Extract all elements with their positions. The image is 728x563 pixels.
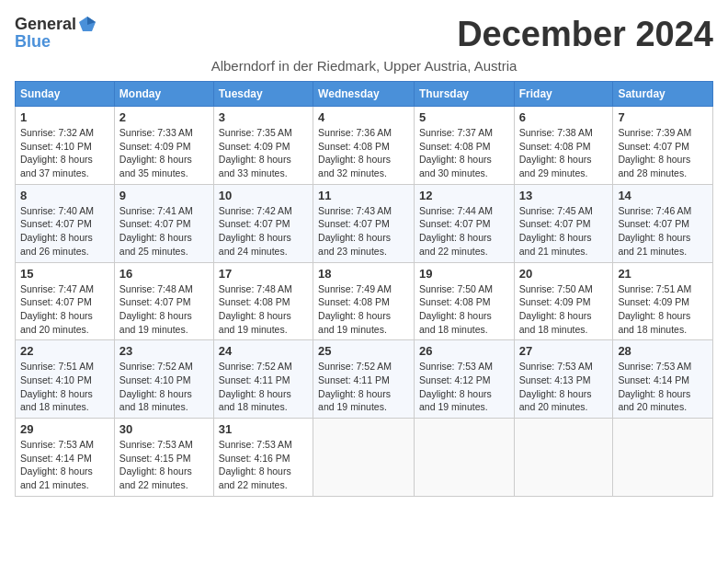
sunrise-text: Sunrise: 7:51 AM <box>20 361 94 372</box>
day-number: 29 <box>20 422 109 436</box>
logo-blue: Blue <box>15 33 98 52</box>
sunrise-text: Sunrise: 7:53 AM <box>219 439 292 450</box>
daylight-text: Daylight: 8 hours and 18 minutes. <box>618 310 690 335</box>
day-info: Sunrise: 7:52 AM Sunset: 4:11 PM Dayligh… <box>219 360 308 414</box>
day-number: 28 <box>618 344 708 358</box>
day-number: 20 <box>519 267 609 281</box>
calendar-cell: 18 Sunrise: 7:49 AM Sunset: 4:08 PM Dayl… <box>313 262 415 340</box>
calendar-cell: 19 Sunrise: 7:50 AM Sunset: 4:08 PM Dayl… <box>414 262 514 340</box>
day-info: Sunrise: 7:40 AM Sunset: 4:07 PM Dayligh… <box>20 204 109 259</box>
calendar-cell: 5 Sunrise: 7:37 AM Sunset: 4:08 PM Dayli… <box>414 107 514 185</box>
day-number: 25 <box>318 344 409 358</box>
day-info: Sunrise: 7:38 AM Sunset: 4:08 PM Dayligh… <box>519 126 609 180</box>
col-tuesday: Tuesday <box>213 82 313 107</box>
sunset-text: Sunset: 4:10 PM <box>20 374 92 385</box>
calendar-cell <box>613 419 713 497</box>
sunrise-text: Sunrise: 7:32 AM <box>20 127 94 138</box>
logo-general: General <box>15 16 76 34</box>
calendar-cell: 17 Sunrise: 7:48 AM Sunset: 4:08 PM Dayl… <box>213 262 313 340</box>
calendar-cell: 11 Sunrise: 7:43 AM Sunset: 4:07 PM Dayl… <box>313 184 415 262</box>
calendar-cell: 28 Sunrise: 7:53 AM Sunset: 4:14 PM Dayl… <box>613 340 713 419</box>
calendar-cell: 16 Sunrise: 7:48 AM Sunset: 4:07 PM Dayl… <box>114 262 213 340</box>
sunset-text: Sunset: 4:08 PM <box>318 141 390 152</box>
day-info: Sunrise: 7:32 AM Sunset: 4:10 PM Dayligh… <box>20 126 109 180</box>
day-number: 7 <box>618 110 708 124</box>
sunrise-text: Sunrise: 7:36 AM <box>318 127 392 138</box>
location-subtitle: Alberndorf in der Riedmark, Upper Austri… <box>15 58 713 74</box>
day-number: 14 <box>618 189 708 202</box>
sunrise-text: Sunrise: 7:49 AM <box>318 283 392 294</box>
daylight-text: Daylight: 8 hours and 18 minutes. <box>419 310 492 335</box>
day-number: 6 <box>519 110 609 124</box>
day-info: Sunrise: 7:53 AM Sunset: 4:12 PM Dayligh… <box>419 360 509 414</box>
sunrise-text: Sunrise: 7:41 AM <box>119 205 193 216</box>
sunset-text: Sunset: 4:16 PM <box>219 453 290 464</box>
day-info: Sunrise: 7:46 AM Sunset: 4:07 PM Dayligh… <box>618 204 708 259</box>
day-info: Sunrise: 7:42 AM Sunset: 4:07 PM Dayligh… <box>219 204 308 259</box>
daylight-text: Daylight: 8 hours and 25 minutes. <box>119 232 192 257</box>
day-number: 18 <box>318 267 409 281</box>
day-number: 10 <box>219 189 308 202</box>
day-info: Sunrise: 7:45 AM Sunset: 4:07 PM Dayligh… <box>519 204 609 259</box>
calendar-cell: 15 Sunrise: 7:47 AM Sunset: 4:07 PM Dayl… <box>16 262 115 340</box>
header: General Blue December 2024 <box>15 15 713 54</box>
sunset-text: Sunset: 4:07 PM <box>318 218 390 229</box>
day-number: 17 <box>219 267 308 281</box>
daylight-text: Daylight: 8 hours and 19 minutes. <box>318 388 391 413</box>
logo-flag-icon <box>77 15 97 35</box>
sunrise-text: Sunrise: 7:46 AM <box>618 205 691 216</box>
sunset-text: Sunset: 4:07 PM <box>618 218 689 229</box>
sunrise-text: Sunrise: 7:45 AM <box>519 205 593 216</box>
sunset-text: Sunset: 4:08 PM <box>419 296 491 307</box>
calendar-week-row: 8 Sunrise: 7:40 AM Sunset: 4:07 PM Dayli… <box>16 184 713 262</box>
sunset-text: Sunset: 4:11 PM <box>318 374 390 385</box>
daylight-text: Daylight: 8 hours and 18 minutes. <box>219 388 291 413</box>
daylight-text: Daylight: 8 hours and 18 minutes. <box>519 310 592 335</box>
day-number: 19 <box>419 267 509 281</box>
day-number: 15 <box>20 267 109 281</box>
daylight-text: Daylight: 8 hours and 21 minutes. <box>519 232 592 257</box>
calendar-cell: 4 Sunrise: 7:36 AM Sunset: 4:08 PM Dayli… <box>313 107 415 185</box>
sunset-text: Sunset: 4:12 PM <box>419 374 491 385</box>
day-number: 21 <box>618 267 708 281</box>
sunset-text: Sunset: 4:10 PM <box>119 374 191 385</box>
day-info: Sunrise: 7:36 AM Sunset: 4:08 PM Dayligh… <box>318 126 409 180</box>
calendar-cell: 27 Sunrise: 7:53 AM Sunset: 4:13 PM Dayl… <box>514 340 613 419</box>
sunset-text: Sunset: 4:07 PM <box>119 296 191 307</box>
day-number: 24 <box>219 344 308 358</box>
sunrise-text: Sunrise: 7:53 AM <box>618 361 691 372</box>
daylight-text: Daylight: 8 hours and 19 minutes. <box>419 388 492 413</box>
sunrise-text: Sunrise: 7:51 AM <box>618 283 691 294</box>
day-info: Sunrise: 7:51 AM Sunset: 4:10 PM Dayligh… <box>20 360 109 414</box>
calendar-cell: 23 Sunrise: 7:52 AM Sunset: 4:10 PM Dayl… <box>114 340 213 419</box>
sunrise-text: Sunrise: 7:38 AM <box>519 127 593 138</box>
sunrise-text: Sunrise: 7:33 AM <box>119 127 193 138</box>
calendar-week-row: 29 Sunrise: 7:53 AM Sunset: 4:14 PM Dayl… <box>16 419 713 497</box>
calendar-cell: 6 Sunrise: 7:38 AM Sunset: 4:08 PM Dayli… <box>514 107 613 185</box>
sunset-text: Sunset: 4:07 PM <box>20 296 92 307</box>
day-info: Sunrise: 7:50 AM Sunset: 4:08 PM Dayligh… <box>419 282 509 337</box>
day-number: 27 <box>519 344 609 358</box>
sunset-text: Sunset: 4:14 PM <box>618 374 689 385</box>
daylight-text: Daylight: 8 hours and 29 minutes. <box>519 154 592 178</box>
calendar-cell <box>414 419 514 497</box>
sunset-text: Sunset: 4:15 PM <box>119 453 191 464</box>
sunrise-text: Sunrise: 7:43 AM <box>318 205 392 216</box>
calendar-cell: 12 Sunrise: 7:44 AM Sunset: 4:07 PM Dayl… <box>414 184 514 262</box>
daylight-text: Daylight: 8 hours and 24 minutes. <box>219 232 291 257</box>
daylight-text: Daylight: 8 hours and 18 minutes. <box>20 388 93 413</box>
calendar-cell: 3 Sunrise: 7:35 AM Sunset: 4:09 PM Dayli… <box>213 107 313 185</box>
sunset-text: Sunset: 4:07 PM <box>419 218 491 229</box>
day-info: Sunrise: 7:33 AM Sunset: 4:09 PM Dayligh… <box>119 126 209 180</box>
calendar-cell: 25 Sunrise: 7:52 AM Sunset: 4:11 PM Dayl… <box>313 340 415 419</box>
sunrise-text: Sunrise: 7:53 AM <box>419 361 493 372</box>
calendar-cell: 21 Sunrise: 7:51 AM Sunset: 4:09 PM Dayl… <box>613 262 713 340</box>
day-info: Sunrise: 7:53 AM Sunset: 4:13 PM Dayligh… <box>519 360 609 414</box>
day-number: 26 <box>419 344 509 358</box>
day-number: 11 <box>318 189 409 202</box>
daylight-text: Daylight: 8 hours and 30 minutes. <box>419 154 492 178</box>
calendar-cell: 31 Sunrise: 7:53 AM Sunset: 4:16 PM Dayl… <box>213 419 313 497</box>
sunrise-text: Sunrise: 7:50 AM <box>419 283 493 294</box>
calendar-table: Sunday Monday Tuesday Wednesday Thursday… <box>15 81 713 497</box>
day-info: Sunrise: 7:49 AM Sunset: 4:08 PM Dayligh… <box>318 282 409 337</box>
